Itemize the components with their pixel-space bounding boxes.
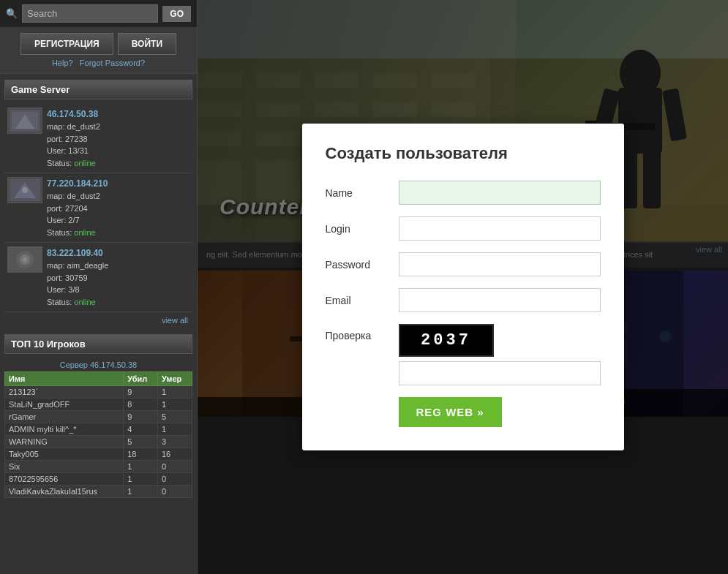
player-deaths: 0	[157, 461, 192, 473]
search-icon: 🔍	[6, 8, 18, 19]
server-map: map: aim_deagle	[47, 260, 108, 272]
go-button[interactable]: GO	[162, 6, 191, 22]
server-thumbnail	[7, 107, 42, 134]
game-server-title: Game Server	[4, 80, 192, 99]
register-web-button[interactable]: REG WEB »	[399, 397, 502, 427]
player-kills: 5	[124, 436, 158, 448]
server-item: 83.222.109.40 map: aim_deagle port: 3075…	[4, 243, 192, 312]
player-deaths: 5	[157, 411, 192, 423]
server-port: port: 27204	[47, 203, 108, 215]
player-deaths: 0	[157, 473, 192, 486]
auth-buttons: РЕГИСТРАЦИЯ ВОЙТИ Help? Forgot Password?	[0, 27, 197, 74]
player-name: VladiKavkaZlakuIal15rus	[5, 486, 124, 498]
player-deaths: 3	[157, 436, 192, 448]
registration-modal: Создать пользователя Name Login Password…	[302, 124, 624, 450]
captcha-right: 2037	[399, 324, 601, 385]
login-input[interactable]	[399, 216, 601, 241]
search-input[interactable]	[22, 4, 158, 23]
server-thumbnail	[7, 177, 42, 203]
server-port: port: 27238	[47, 133, 100, 146]
svg-point-11	[23, 257, 27, 262]
col-kills: Убил	[124, 372, 158, 386]
server-thumbnail	[7, 246, 42, 273]
server-ip: 46.174.50.38	[47, 107, 100, 121]
register-button[interactable]: РЕГИСТРАЦИЯ	[20, 33, 113, 55]
player-name: Taky005	[5, 448, 124, 461]
captcha-label: Проверка	[326, 324, 399, 341]
server-users: User: 13/31	[47, 145, 100, 157]
player-name: 87022595656	[5, 473, 124, 486]
login-button[interactable]: ВОЙТИ	[118, 33, 176, 55]
server-ip: 77.220.184.210	[47, 177, 108, 190]
player-kills: 1	[124, 473, 158, 486]
server-map: map: de_dust2	[47, 121, 100, 133]
table-row: VladiKavkaZlakuIal15rus 1 0	[5, 486, 192, 498]
player-name: ADMIN mylti kill^_*	[5, 423, 124, 436]
email-row: Email	[326, 288, 601, 312]
name-label: Name	[326, 187, 399, 199]
svg-point-7	[22, 187, 28, 193]
server-info: 83.222.109.40 map: aim_deagle port: 3075…	[47, 246, 108, 308]
password-row: Password	[326, 252, 601, 276]
player-deaths: 16	[157, 448, 192, 461]
player-deaths: 1	[157, 386, 192, 399]
server-info: 77.220.184.210 map: de_dust2 port: 27204…	[47, 177, 108, 238]
name-input[interactable]	[399, 181, 601, 205]
server-status: Status: online	[47, 296, 108, 309]
modal-title: Создать пользователя	[326, 144, 601, 163]
server-ip: 83.222.109.40	[47, 246, 108, 260]
game-server-section: Game Server 46.174.50.38 map: de_dust2 p…	[4, 80, 192, 328]
player-kills: 9	[124, 411, 158, 423]
server-info: 46.174.50.38 map: de_dust2 port: 27238 U…	[47, 107, 100, 169]
server-port: port: 30759	[47, 272, 108, 284]
password-label: Password	[326, 259, 399, 271]
player-name: 213123`	[5, 386, 124, 399]
table-row: WARNING 5 3	[5, 436, 192, 448]
player-name: rGamer	[5, 411, 124, 423]
player-kills: 1	[124, 486, 158, 498]
top10-title: ТОП 10 Игроков	[4, 334, 192, 354]
server-item: 77.220.184.210 map: de_dust2 port: 27204…	[4, 173, 192, 243]
server-item: 46.174.50.38 map: de_dust2 port: 27238 U…	[4, 104, 192, 173]
login-label: Login	[326, 223, 399, 235]
captcha-image: 2037	[399, 324, 494, 357]
col-deaths: Умер	[157, 372, 192, 386]
player-kills: 8	[124, 399, 158, 411]
server-users: User: 2/7	[47, 214, 108, 227]
forgot-password-link[interactable]: Forgot Password?	[80, 58, 145, 67]
modal-overlay: Создать пользователя Name Login Password…	[198, 0, 728, 574]
table-row: ADMIN mylti kill^_* 4 1	[5, 423, 192, 436]
server-status: Status: online	[47, 157, 100, 170]
login-row: Login	[326, 216, 601, 241]
top10-section: ТОП 10 Игроков Сервер 46.174.50.38 Имя У…	[4, 334, 192, 498]
server-users: User: 3/8	[47, 284, 108, 296]
view-all-servers[interactable]: view all	[4, 312, 192, 328]
email-label: Email	[326, 295, 399, 306]
player-kills: 1	[124, 461, 158, 473]
search-bar: 🔍 GO	[0, 0, 197, 27]
player-name: WARNING	[5, 436, 124, 448]
table-row: rGamer 9 5	[5, 411, 192, 423]
player-name: Six	[5, 461, 124, 473]
player-deaths: 0	[157, 486, 192, 498]
sidebar: 🔍 GO РЕГИСТРАЦИЯ ВОЙТИ Help? Forgot Pass…	[0, 0, 198, 574]
help-link[interactable]: Help?	[52, 58, 73, 67]
col-name: Имя	[5, 372, 124, 386]
player-deaths: 1	[157, 399, 192, 411]
table-row: StaLiN_gradOFF 8 1	[5, 399, 192, 411]
top10-table: Имя Убил Умер 213123` 9 1 StaLiN_gradOFF…	[4, 371, 192, 498]
player-kills: 18	[124, 448, 158, 461]
player-deaths: 1	[157, 423, 192, 436]
player-kills: 9	[124, 386, 158, 399]
table-row: 87022595656 1 0	[5, 473, 192, 486]
server-map: map: de_dust2	[47, 190, 108, 203]
table-row: 213123` 9 1	[5, 386, 192, 399]
top10-server: Сервер 46.174.50.38	[4, 358, 192, 371]
password-input[interactable]	[399, 252, 601, 276]
email-input[interactable]	[399, 288, 601, 312]
captcha-row: Проверка 2037	[326, 324, 601, 385]
captcha-input[interactable]	[399, 361, 601, 385]
name-row: Name	[326, 181, 601, 205]
player-name: StaLiN_gradOFF	[5, 399, 124, 411]
server-status: Status: online	[47, 227, 108, 239]
